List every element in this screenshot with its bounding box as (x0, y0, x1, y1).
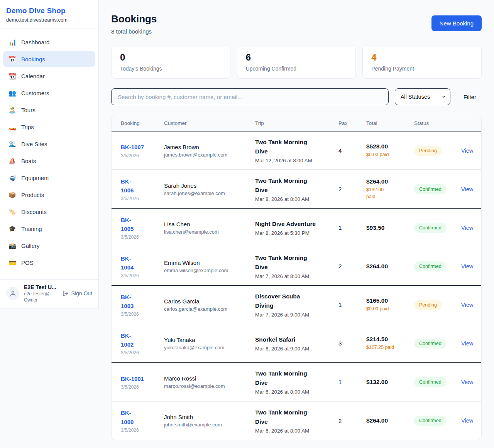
total-cell: $264.00 $132.00 paid (366, 178, 414, 200)
sign-out-button[interactable]: Sign Out (63, 290, 92, 296)
booking-cell: BK- 1002 3/5/2026 (121, 331, 164, 356)
brand-name: Demo Dive Shop (6, 7, 92, 15)
status-badge: Confirmed (414, 223, 447, 233)
total-amount: $264.00 (366, 263, 414, 270)
booking-id-link[interactable]: BK- 1000 (121, 408, 164, 426)
stat-value: 4 (371, 52, 473, 63)
sidebar-item-equipment[interactable]: 🤿 Equipment (3, 170, 95, 185)
customer-email: john.smith@example.com (164, 422, 255, 428)
trip-datetime: Mar 7, 2026 at 9:00 AM (255, 312, 338, 318)
sidebar-item-gallery[interactable]: 📸 Gallery (3, 238, 95, 253)
col-header-customer: Customer (164, 120, 255, 126)
table-row: BK-1007 3/5/2026 James Brown james.brown… (112, 131, 481, 170)
status-select-wrap: All Statuses (395, 88, 450, 105)
stat-card-pending-payment: 4 Pending Payment (362, 45, 482, 79)
booking-id-link[interactable]: BK- 1005 (121, 216, 164, 234)
gallery-icon: 📸 (8, 242, 16, 249)
customer-name: Emma Wilson (164, 259, 255, 266)
customer-cell: Marco Rossi marco.rossi@example.com (164, 375, 255, 389)
sidebar-item-label: Gallery (21, 243, 40, 249)
page-header-text: Bookings 8 total bookings (111, 13, 157, 35)
new-booking-button[interactable]: New Booking (431, 15, 482, 31)
customer-cell: Carlos Garcia carlos.garcia@example.com (164, 298, 255, 312)
booking-cell: BK-1007 3/5/2026 (121, 143, 164, 158)
status-badge: Confirmed (414, 377, 447, 387)
sidebar-item-label: Training (21, 226, 42, 232)
sidebar-item-label: Boats (21, 158, 36, 164)
status-cell: Pending (414, 300, 461, 310)
booking-id-link[interactable]: BK- 1002 (121, 331, 164, 349)
status-cell: Confirmed (414, 184, 461, 194)
booking-id-link[interactable]: BK- 1003 (121, 293, 164, 311)
view-link[interactable]: View (461, 225, 473, 231)
col-header-total: Total (366, 120, 414, 126)
booking-cell: BK- 1006 3/5/2026 (121, 177, 164, 202)
sidebar-item-discounts[interactable]: 🏷️ Discounts (3, 204, 95, 219)
trip-name: Discover Scuba Diving (255, 292, 338, 310)
sidebar-item-products[interactable]: 📦 Products (3, 187, 95, 202)
main-content: Bookings 8 total bookings New Booking 0 … (99, 0, 494, 440)
pax-value: 4 (338, 147, 366, 154)
view-link[interactable]: View (461, 186, 473, 192)
booking-date: 3/5/2026 (121, 350, 164, 355)
search-input[interactable] (111, 88, 389, 105)
view-link[interactable]: View (461, 263, 473, 269)
booking-id-link[interactable]: BK-1007 (121, 143, 164, 152)
sidebar-item-pos[interactable]: 💳 POS (3, 255, 95, 270)
stat-card-upcoming-confirmed: 6 Upcoming Confirmed (237, 45, 356, 79)
status-cell: Confirmed (414, 261, 461, 271)
sidebar-item-boats[interactable]: ⛵ Boats (3, 153, 95, 168)
table-body: BK-1007 3/5/2026 James Brown james.brown… (112, 131, 481, 440)
booking-id-link[interactable]: BK- 1004 (121, 254, 164, 272)
booking-date: 3/5/2026 (121, 153, 164, 158)
booking-date: 3/5/2026 (121, 234, 164, 240)
training-icon: 🎓 (8, 225, 16, 232)
avatar (6, 287, 19, 300)
filter-button[interactable]: Filter (458, 90, 482, 104)
filter-bar: All Statuses Filter (111, 88, 482, 105)
sidebar-item-training[interactable]: 🎓 Training (3, 221, 95, 236)
sidebar-item-calendar[interactable]: 📆 Calendar (3, 68, 95, 84)
sidebar-item-tours[interactable]: 🏝️ Tours (3, 102, 95, 118)
booking-id-link[interactable]: BK- 1006 (121, 177, 164, 195)
stat-label: Upcoming Confirmed (246, 66, 347, 72)
equipment-icon: 🤿 (8, 174, 16, 182)
trip-datetime: Mar 8, 2026 at 8:00 AM (255, 196, 338, 202)
customer-name: Marco Rossi (164, 375, 255, 382)
stat-label: Pending Payment (371, 66, 473, 72)
customer-cell: John Smith john.smith@example.com (164, 414, 255, 428)
customer-cell: Yuki Tanaka yuki.tanaka@example.com (164, 337, 255, 350)
pax-value: 3 (338, 340, 366, 347)
sidebar-item-label: Dashboard (21, 39, 49, 45)
stats-row: 0 Today's Bookings 6 Upcoming Confirmed … (111, 45, 482, 79)
booking-date: 3/5/2026 (121, 428, 164, 433)
view-link[interactable]: View (461, 418, 473, 424)
sidebar-item-dive-sites[interactable]: 🌊 Dive Sites (3, 136, 95, 152)
sidebar-item-dashboard[interactable]: 📊 Dashboard (3, 34, 95, 50)
view-link[interactable]: View (461, 340, 473, 347)
user-email: e2e-tester@... (24, 291, 56, 296)
trips-icon: 🚤 (8, 123, 16, 131)
pax-value: 1 (338, 379, 366, 385)
table-row: BK- 1004 3/5/2026 Emma Wilson emma.wilso… (112, 247, 481, 286)
sidebar-item-label: Equipment (21, 175, 49, 181)
customer-email: lisa.chen@example.com (164, 229, 255, 235)
pax-value: 1 (338, 224, 366, 231)
total-amount: $165.00 (366, 297, 414, 304)
view-link[interactable]: View (461, 379, 473, 385)
customer-cell: Emma Wilson emma.wilson@example.com (164, 259, 255, 273)
booking-id-link[interactable]: BK-1001 (121, 374, 164, 383)
sidebar-item-label: POS (21, 259, 34, 266)
customer-cell: James Brown james.brown@example.com (164, 144, 255, 158)
view-link[interactable]: View (461, 302, 473, 308)
pax-value: 2 (338, 186, 366, 192)
trip-name: Two Tank Morning Dive (255, 253, 338, 272)
view-link[interactable]: View (461, 148, 473, 154)
customer-cell: Sarah Jones sarah.jones@example.com (164, 182, 255, 196)
sidebar-item-bookings[interactable]: 📅 Bookings (3, 51, 95, 67)
trip-name: Two Tank Morning Dive (255, 138, 338, 156)
sidebar-item-customers[interactable]: 👥 Customers (3, 85, 95, 101)
status-select[interactable]: All Statuses (395, 88, 450, 105)
sidebar-item-trips[interactable]: 🚤 Trips (3, 119, 95, 135)
status-badge: Confirmed (414, 416, 447, 426)
